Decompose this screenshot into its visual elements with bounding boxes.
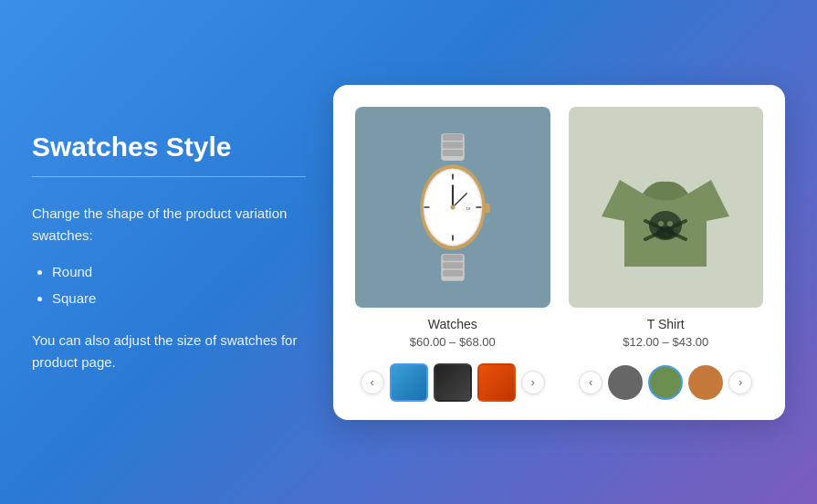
svg-point-26 (667, 221, 673, 226)
bullet-square: Square (52, 286, 306, 312)
shirt-swatch-group: ‹ › (569, 363, 764, 402)
shirt-name: T Shirt (647, 317, 685, 331)
description-text: Change the shape of the product variatio… (32, 203, 306, 247)
watch-svg: 18 (389, 130, 517, 285)
watch-prev-nav[interactable]: ‹ (361, 371, 384, 394)
bullet-list: Round Square (32, 259, 306, 311)
watch-next-nav[interactable]: › (521, 371, 545, 394)
watch-image-wrapper: 18 (355, 107, 550, 308)
svg-rect-3 (443, 150, 463, 156)
page-title: Swatches Style (32, 131, 306, 163)
svg-point-14 (450, 205, 455, 209)
divider (32, 176, 306, 177)
watch-price: $60.00 – $68.00 (410, 335, 496, 349)
svg-rect-1 (443, 134, 463, 141)
watch-swatch-3[interactable] (477, 363, 516, 402)
watch-name: Watches (428, 317, 477, 331)
left-panel: Swatches Style Change the shape of the p… (32, 121, 306, 383)
product-card-watches: 18 Watches $60.00 – $68.00 (355, 107, 550, 349)
watch-swatch-1[interactable] (390, 363, 428, 402)
note-text: You can also adjust the size of swatches… (32, 330, 306, 373)
products-grid: 18 Watches $60.00 – $68.00 (355, 107, 763, 349)
svg-rect-20 (443, 269, 463, 276)
shirt-prev-nav[interactable]: ‹ (579, 371, 602, 394)
shirt-image-wrapper (569, 107, 764, 308)
svg-text:18: 18 (466, 205, 470, 210)
shirt-swatch-tan[interactable] (688, 365, 723, 400)
svg-rect-7 (484, 203, 490, 212)
shirt-price: $12.00 – $43.00 (623, 335, 708, 349)
shirt-svg (592, 134, 738, 280)
watch-swatch-2[interactable] (434, 363, 472, 402)
product-card-tshirt: T Shirt $12.00 – $43.00 (569, 107, 764, 349)
svg-rect-2 (443, 142, 463, 148)
swatches-row: ‹ › ‹ › (355, 363, 763, 402)
svg-rect-19 (443, 262, 463, 268)
shirt-next-nav[interactable]: › (728, 371, 752, 394)
right-panel: 18 Watches $60.00 – $68.00 (333, 85, 785, 420)
svg-point-25 (658, 221, 664, 226)
shirt-swatch-gray[interactable] (608, 365, 643, 400)
watch-swatch-group: ‹ › (355, 363, 550, 402)
main-container: Swatches Style Change the shape of the p… (32, 27, 785, 477)
bullet-round: Round (52, 259, 306, 286)
shirt-swatch-green[interactable] (648, 365, 683, 400)
svg-rect-18 (443, 254, 463, 260)
